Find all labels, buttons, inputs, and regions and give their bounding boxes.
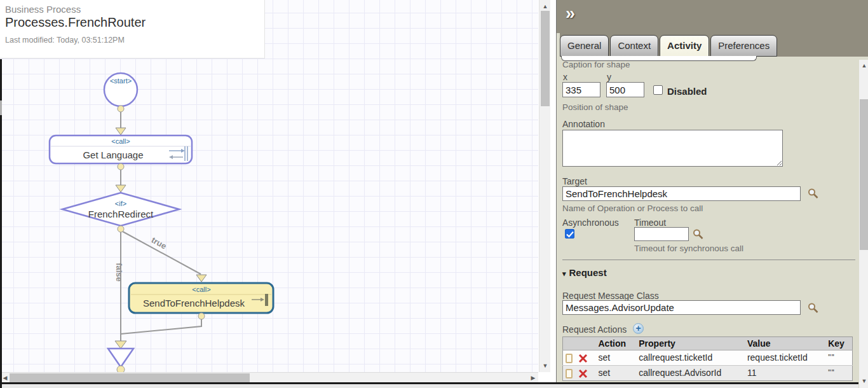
timeout-input[interactable]: [634, 227, 689, 241]
bpl-editor: <start> <call> Get Language: [0, 0, 868, 388]
scroll-down-icon[interactable]: ▼: [541, 361, 550, 370]
edge-call-to-join: [121, 319, 201, 334]
canvas-vscrollbar[interactable]: ▲ ▼: [539, 0, 550, 372]
connector-dot[interactable]: [117, 366, 125, 372]
node-french-redirect[interactable]: <if> FrenchRedirect: [62, 193, 179, 226]
annotation-textarea[interactable]: [562, 130, 783, 167]
check-icon: [566, 231, 574, 238]
cell-action: set: [596, 350, 637, 366]
delete-action-icon[interactable]: [579, 370, 587, 378]
y-label: y: [607, 72, 611, 82]
arrowhead: [115, 341, 126, 349]
disabled-checkbox[interactable]: [653, 85, 663, 95]
window-bottom-edge: [0, 382, 858, 384]
panel-vscrollbar[interactable]: ▲ ▼: [859, 60, 868, 388]
vscroll-thumb[interactable]: [541, 11, 550, 106]
tab-preferences[interactable]: Preferences: [710, 35, 777, 57]
svg-text:<call>: <call>: [111, 137, 130, 145]
asynchronous-label: Asynchronous: [562, 218, 619, 228]
target-label: Target: [562, 176, 587, 186]
request-actions-label: Request Actions: [562, 324, 627, 335]
scroll-right-icon[interactable]: ▶: [529, 373, 538, 382]
svg-text:<call>: <call>: [192, 286, 210, 293]
properties-panel: » General Context Activity Preferences C…: [556, 0, 868, 388]
svg-text:<start>: <start>: [110, 77, 132, 85]
node-join[interactable]: [108, 349, 133, 367]
panel-tabs: General Context Activity Preferences: [560, 33, 868, 57]
request-class-search-icon[interactable]: [807, 302, 819, 314]
connector-dot[interactable]: [118, 106, 124, 112]
connector-dot[interactable]: [118, 163, 124, 170]
connector-dot[interactable]: [198, 313, 205, 319]
edge-true: [123, 232, 201, 274]
disabled-label: Disabled: [667, 86, 707, 97]
table-row[interactable]: set callrequest.AdvisorId 11 "": [563, 365, 853, 380]
arrowhead: [116, 128, 126, 135]
panel-scroll-thumb[interactable]: [860, 99, 868, 250]
table-header-row: Action Property Value Key: [563, 337, 853, 350]
cell-key: "": [825, 365, 852, 380]
target-search-icon[interactable]: [807, 188, 819, 200]
target-input[interactable]: [562, 186, 801, 201]
node-start[interactable]: <start>: [104, 73, 137, 106]
request-actions-table: Action Property Value Key set callreques…: [562, 336, 853, 381]
timeout-search-icon[interactable]: [692, 228, 704, 240]
add-action-icon[interactable]: +: [633, 323, 644, 334]
caption-hint: Caption for shape: [562, 60, 630, 69]
col-property: Property: [636, 337, 745, 350]
section-divider: [562, 260, 855, 260]
arrowhead: [116, 185, 126, 192]
timeout-label: Timeout: [634, 218, 666, 228]
request-message-class-input[interactable]: [562, 300, 801, 315]
cell-value: 11: [745, 365, 825, 380]
col-value: Value: [745, 337, 825, 350]
cell-key: "": [825, 350, 852, 366]
cell-property: callrequest.AdvisorId: [636, 365, 745, 380]
bottom-strip: [0, 384, 858, 388]
scroll-down-icon[interactable]: ▼: [860, 377, 868, 385]
target-hint: Name of Operation or Process to call: [562, 204, 703, 213]
asynchronous-checkbox[interactable]: [565, 229, 574, 239]
position-hint: Position of shape: [562, 102, 628, 112]
x-label: x: [563, 72, 567, 82]
canvas-hscrollbar[interactable]: ◀ ▶: [0, 372, 538, 382]
panel-header: »: [557, 0, 868, 33]
diagram-canvas[interactable]: <start> <call> Get Language: [0, 0, 538, 372]
scroll-left-icon[interactable]: ◀: [1, 373, 10, 382]
collapse-panel-icon[interactable]: »: [566, 4, 575, 24]
svg-text:<if>: <if>: [115, 200, 126, 207]
scroll-up-icon[interactable]: ▲: [541, 2, 550, 11]
node-get-language[interactable]: <call> Get Language: [50, 135, 192, 163]
hscroll-thumb[interactable]: [10, 373, 250, 382]
x-input[interactable]: [562, 82, 600, 97]
tab-general[interactable]: General: [560, 35, 609, 57]
cell-value: request.ticketId: [745, 350, 825, 366]
last-modified: Last modified: Today, 03:51:12PM: [5, 36, 264, 45]
cell-property: callrequest.ticketId: [636, 350, 745, 366]
svg-text:SendToFrenchHelpdesk: SendToFrenchHelpdesk: [143, 298, 245, 308]
process-title: Processes.FrenchRouter: [5, 15, 264, 30]
delete-action-icon[interactable]: [579, 354, 587, 363]
request-section-label: Request: [569, 267, 607, 278]
arrowhead: [196, 275, 207, 282]
cell-action: set: [596, 365, 637, 380]
process-type-label: Business Process: [5, 4, 264, 15]
edge-label-false: false: [114, 263, 124, 282]
scroll-up-icon[interactable]: ▲: [860, 61, 868, 70]
edit-action-icon[interactable]: [566, 354, 573, 363]
col-key: Key: [825, 337, 852, 350]
node-send-to-french-helpdesk[interactable]: <call> SendToFrenchHelpdesk: [129, 283, 273, 313]
tab-activity[interactable]: Activity: [660, 35, 709, 57]
table-row[interactable]: set callrequest.ticketId request.ticketI…: [563, 350, 853, 366]
y-input[interactable]: [606, 82, 644, 97]
window-left-edge: [0, 59, 2, 388]
diagram-header-card: Business Process Processes.FrenchRouter …: [0, 0, 265, 59]
svg-text:Get Language: Get Language: [83, 149, 143, 160]
edit-action-icon[interactable]: [566, 369, 573, 378]
edge-label-true: true: [150, 235, 168, 251]
request-section-header[interactable]: ▾Request: [562, 267, 607, 278]
annotation-label: Annotation: [562, 119, 605, 129]
activity-tab-content: Caption for shape x y Disabled Position …: [557, 57, 868, 388]
tab-context[interactable]: Context: [610, 35, 658, 57]
timeout-hint: Timeout for synchronous call: [634, 244, 743, 253]
